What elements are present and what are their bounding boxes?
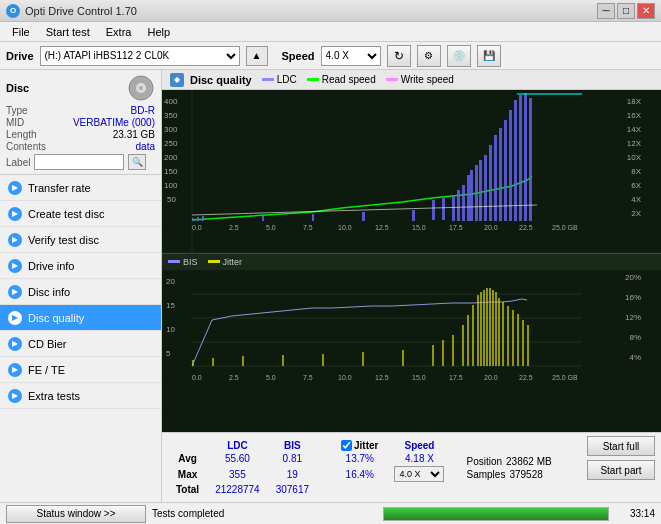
status-window-button[interactable]: Status window >>: [6, 505, 146, 523]
maximize-button[interactable]: □: [617, 3, 635, 19]
svg-text:12%: 12%: [625, 313, 641, 322]
nav-disc-quality[interactable]: ▶ Disc quality: [0, 305, 161, 331]
transfer-rate-icon: ▶: [8, 181, 22, 195]
start-part-button[interactable]: Start part: [587, 460, 655, 480]
chart-legend: LDC Read speed Write speed: [262, 74, 454, 85]
fe-te-icon: ▶: [8, 363, 22, 377]
mid-label: MID: [6, 117, 24, 128]
svg-rect-49: [479, 160, 482, 221]
jitter-checkbox[interactable]: [341, 440, 352, 451]
length-label: Length: [6, 129, 37, 140]
status-bar: Status window >> Tests completed 33:14: [0, 502, 661, 524]
nav-extra-tests[interactable]: ▶ Extra tests: [0, 383, 161, 409]
max-speed-select[interactable]: 4.0 X: [394, 466, 444, 482]
nav-fe-te[interactable]: ▶ FE / TE: [0, 357, 161, 383]
stats-row-max: Max 355 19 16.4% 4.0 X: [168, 465, 452, 483]
svg-text:15.0: 15.0: [412, 374, 426, 381]
nav-transfer-rate[interactable]: ▶ Transfer rate: [0, 175, 161, 201]
nav-verify-test-disc[interactable]: ▶ Verify test disc: [0, 227, 161, 253]
svg-rect-43: [452, 195, 455, 221]
svg-rect-111: [517, 314, 519, 366]
svg-rect-36: [202, 216, 204, 221]
total-label: Total: [168, 483, 207, 496]
save-button[interactable]: 💾: [477, 45, 501, 67]
svg-rect-99: [472, 305, 474, 366]
svg-text:20.0: 20.0: [484, 224, 498, 231]
refresh-button[interactable]: ↻: [387, 45, 411, 67]
svg-text:7.5: 7.5: [303, 374, 313, 381]
svg-text:8X: 8X: [631, 167, 641, 176]
svg-rect-40: [412, 210, 415, 221]
stats-row-total: Total 21228774 307617: [168, 483, 452, 496]
svg-text:20%: 20%: [625, 273, 641, 282]
cd-bier-icon: ▶: [8, 337, 22, 351]
svg-rect-96: [452, 335, 454, 366]
nav-create-test-disc[interactable]: ▶ Create test disc: [0, 201, 161, 227]
menu-extra[interactable]: Extra: [98, 25, 140, 39]
col-header-jitter: Jitter: [333, 439, 386, 452]
jitter-legend-label: Jitter: [223, 257, 243, 267]
svg-rect-100: [477, 295, 479, 366]
svg-rect-95: [442, 340, 444, 366]
svg-rect-42: [442, 198, 445, 220]
progress-fill: [384, 508, 609, 520]
create-test-disc-icon: ▶: [8, 207, 22, 221]
nav-drive-info[interactable]: ▶ Drive info: [0, 253, 161, 279]
nav-disc-info[interactable]: ▶ Disc info: [0, 279, 161, 305]
start-full-button[interactable]: Start full: [587, 436, 655, 456]
svg-text:100: 100: [164, 181, 178, 190]
start-buttons: Start full Start part: [587, 436, 655, 499]
menu-start-test[interactable]: Start test: [38, 25, 98, 39]
write-speed-legend-label: Write speed: [401, 74, 454, 85]
close-button[interactable]: ✕: [637, 3, 655, 19]
avg-ldc: 55.60: [207, 452, 268, 465]
svg-rect-37: [262, 215, 264, 221]
stats-table-container: LDC BIS Jitter Speed Avg: [168, 436, 452, 499]
chart2-container: 20 15 10 5 20% 16% 12% 8% 4% 0.0 2.5 5.0…: [162, 270, 661, 433]
svg-rect-41: [432, 200, 435, 220]
menu-file[interactable]: File: [4, 25, 38, 39]
svg-rect-104: [489, 288, 491, 366]
disc-info-icon: ▶: [8, 285, 22, 299]
svg-rect-53: [499, 128, 502, 221]
drive-bar: Drive (H:) ATAPI iHBS112 2 CL0K ▲ Speed …: [0, 42, 661, 70]
minimize-button[interactable]: ─: [597, 3, 615, 19]
avg-speed: 4.18 X: [386, 452, 452, 465]
read-speed-legend-dot: [307, 78, 319, 81]
svg-text:25.0 GB: 25.0 GB: [552, 224, 578, 231]
svg-rect-90: [282, 355, 284, 366]
svg-rect-50: [484, 155, 487, 221]
svg-text:10: 10: [166, 325, 175, 334]
stats-bar: LDC BIS Jitter Speed Avg: [162, 432, 661, 502]
svg-rect-113: [527, 325, 529, 366]
max-bis: 19: [268, 465, 317, 483]
eject-button[interactable]: ▲: [246, 46, 268, 66]
svg-rect-94: [432, 345, 434, 366]
svg-rect-46: [467, 175, 470, 221]
settings-button[interactable]: ⚙: [417, 45, 441, 67]
speed-select[interactable]: 4.0 X 1.0 X 2.0 X 6.0 X 8.0 X: [321, 46, 381, 66]
label-button[interactable]: 🔍: [128, 154, 146, 170]
svg-rect-105: [492, 290, 494, 366]
type-value: BD-R: [131, 105, 155, 116]
svg-rect-109: [507, 306, 509, 366]
col-header-sep: [317, 439, 333, 452]
nav-cd-bier[interactable]: ▶ CD Bier: [0, 331, 161, 357]
label-label: Label: [6, 157, 30, 168]
svg-rect-97: [462, 325, 464, 366]
svg-text:7.5: 7.5: [303, 224, 313, 231]
disc-button[interactable]: 💿: [447, 45, 471, 67]
svg-rect-102: [483, 290, 485, 366]
svg-text:5: 5: [166, 349, 171, 358]
svg-rect-92: [362, 352, 364, 366]
col-header-speed: Speed: [386, 439, 452, 452]
svg-rect-112: [522, 320, 524, 366]
position-info: Position 23862 MB Samples 379528: [466, 436, 551, 499]
drive-select[interactable]: (H:) ATAPI iHBS112 2 CL0K: [40, 46, 240, 66]
samples-value: 379528: [509, 469, 542, 480]
svg-rect-35: [197, 217, 199, 221]
svg-text:12.5: 12.5: [375, 374, 389, 381]
svg-text:16%: 16%: [625, 293, 641, 302]
label-input[interactable]: [34, 154, 124, 170]
menu-help[interactable]: Help: [139, 25, 178, 39]
